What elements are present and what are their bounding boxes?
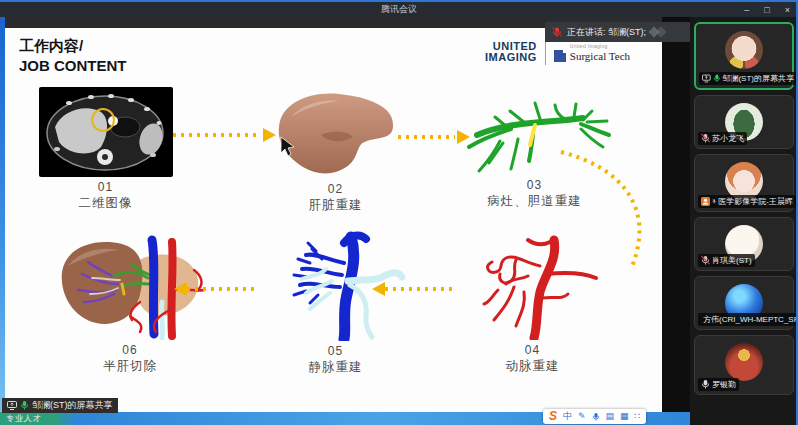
screen-share-icon: [7, 401, 17, 410]
artery-model-image: [454, 232, 612, 340]
united-imaging-logo: UNITED IMAGING United Imaging Surgical T…: [485, 39, 630, 65]
close-button[interactable]: ×: [785, 2, 790, 19]
participant-label: 肖琪美(ST): [698, 254, 755, 267]
share-banner-text: 邹澜(ST)的屏幕共享: [32, 399, 113, 412]
step-06-block: 06 半肝切除: [40, 232, 220, 375]
brand-product-name: Surgical Tech: [570, 50, 630, 62]
slide-title-cn: 工作内容/: [19, 36, 127, 56]
liver-model-image: [261, 87, 411, 179]
brand-subtext: United Imaging: [570, 43, 608, 49]
ime-toolbox-icon[interactable]: ▦: [620, 410, 629, 423]
screen-share-icon: [702, 74, 711, 83]
minimize-button[interactable]: –: [744, 2, 749, 19]
sogou-logo-icon[interactable]: S: [549, 410, 557, 423]
desktop-wallpaper-text: 专业人才: [6, 413, 42, 424]
ime-toolbar: S 中 ✎ ▤ ▦ ∷: [543, 409, 646, 424]
step-label: 病灶、胆道重建: [487, 193, 582, 210]
step-label: 动脉重建: [506, 358, 560, 375]
mic-on-icon: [701, 379, 710, 390]
screen-share-banner: 邹澜(ST)的屏幕共享: [2, 398, 118, 413]
participant-label: 方伟(CRI_WH-MEPTC_SP...: [698, 313, 796, 326]
speaking-text: 正在讲话: 邹澜(ST);: [567, 26, 646, 39]
ct-scan-image: [39, 87, 173, 177]
vein-model-image: [266, 229, 406, 341]
step-label: 半肝切除: [103, 358, 157, 375]
bile-duct-model-image: [455, 91, 615, 175]
step-number: 03: [527, 178, 542, 192]
ime-pen-icon[interactable]: ✎: [578, 410, 586, 423]
step-label: 静脉重建: [309, 359, 363, 376]
step-label: 肝脏重建: [309, 197, 363, 214]
step-number: 06: [122, 343, 137, 357]
participant-name: 邹澜(ST)的屏幕共享: [722, 73, 794, 84]
window-title: 腾讯会议: [381, 3, 417, 16]
participant-tile-luoyinqin[interactable]: 罗银勤: [694, 335, 794, 395]
step-01-block: 01 二维图像: [23, 87, 188, 212]
mic-on-icon: [713, 73, 721, 84]
window-titlebar: 腾讯会议: [0, 0, 798, 17]
resection-model-image: [44, 232, 216, 340]
mic-muted-icon: [712, 196, 716, 207]
step-03-block: 03 病灶、胆道重建: [442, 91, 627, 210]
ime-mode-chinese[interactable]: 中: [563, 410, 572, 423]
step-number: 05: [328, 344, 343, 358]
speaking-notification: 正在讲话: 邹澜(ST);: [545, 22, 692, 42]
participant-tile-suxiaolongfei[interactable]: 苏小龙飞: [694, 95, 794, 149]
participant-label: 苏小龙飞: [698, 132, 747, 145]
step-02-block: 02 肝脏重建: [248, 87, 423, 214]
step-05-block: 05 静脉重建: [263, 229, 408, 376]
step-number: 04: [525, 343, 540, 357]
participant-tile-xiaoqimei[interactable]: 肖琪美(ST): [694, 217, 794, 271]
mic-on-icon: [20, 400, 29, 411]
window-controls: – □ ×: [744, 2, 790, 19]
participants-sidebar: 邹澜(ST)的屏幕共享 苏小龙飞: [690, 17, 798, 425]
ime-mic-icon[interactable]: [592, 412, 600, 422]
maximize-button[interactable]: □: [764, 2, 769, 19]
participant-tile-zoulan[interactable]: 邹澜(ST)的屏幕共享: [694, 22, 794, 90]
mic-muted-icon: [701, 133, 710, 144]
bile-duct-highlight: [530, 125, 535, 145]
host-badge-icon: [701, 197, 710, 206]
toast-logo-diamond: [655, 26, 666, 37]
avatar: [725, 31, 763, 69]
participant-label: 邹澜(ST)的屏幕共享: [699, 72, 797, 85]
participant-tile-wangchenhui[interactable]: 医学影像学院-王晨晖: [694, 154, 794, 212]
participant-name: 罗银勤: [712, 379, 736, 390]
avatar: [725, 343, 763, 381]
participant-name: 方伟(CRI_WH-MEPTC_SP...: [703, 314, 796, 325]
slide-title-en: JOB CONTENT: [19, 56, 127, 76]
participant-tile-fangwei[interactable]: 方伟(CRI_WH-MEPTC_SP...: [694, 276, 794, 330]
participant-name: 医学影像学院-王晨晖: [718, 196, 793, 207]
participant-name: 苏小龙飞: [712, 133, 744, 144]
step-label: 二维图像: [79, 195, 133, 212]
ime-keyboard-icon[interactable]: ▤: [606, 410, 615, 423]
ime-grid-icon[interactable]: ∷: [635, 410, 641, 423]
mic-muted-red-icon: [552, 27, 562, 38]
participant-label: 罗银勤: [698, 378, 739, 391]
step-number: 02: [328, 182, 343, 196]
participant-label: 医学影像学院-王晨晖: [698, 195, 796, 208]
step-number: 01: [98, 180, 113, 194]
surgical-tech-logo-icon: [554, 50, 566, 62]
step-04-block: 04 动脉重建: [450, 232, 615, 375]
slide-title: 工作内容/ JOB CONTENT: [19, 36, 127, 76]
mic-muted-icon: [701, 255, 710, 266]
participant-name: 肖琪美(ST): [712, 255, 752, 266]
brand-word-imaging: IMAGING: [485, 52, 537, 63]
brand-divider: [545, 39, 546, 65]
screen-share-view: 工作内容/ JOB CONTENT UNITED IMAGING United …: [5, 17, 662, 412]
